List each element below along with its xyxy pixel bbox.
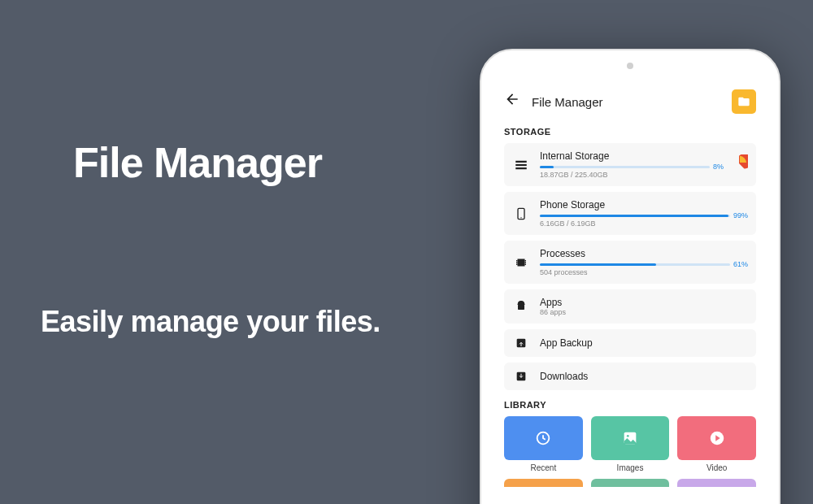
svg-point-11 xyxy=(627,435,629,437)
promo-subtitle: Easily manage your files. xyxy=(41,305,380,339)
recent-label: Recent xyxy=(504,463,583,472)
internal-title: Internal Storage xyxy=(540,150,724,162)
pie-chart-icon xyxy=(730,154,748,172)
back-button[interactable] xyxy=(504,91,520,112)
cpu-icon xyxy=(514,255,528,270)
play-icon xyxy=(708,429,726,447)
promo-title: File Manager xyxy=(73,138,322,187)
svg-rect-1 xyxy=(515,163,527,165)
storage-apps[interactable]: Apps 86 apps xyxy=(504,289,756,324)
app-title: File Manager xyxy=(532,95,732,109)
svg-rect-5 xyxy=(518,259,525,266)
images-label: Images xyxy=(591,463,670,472)
backup-icon xyxy=(515,337,528,350)
apps-title: Apps xyxy=(540,297,748,308)
svg-point-4 xyxy=(520,217,521,218)
svg-rect-0 xyxy=(515,160,527,162)
processes-title: Processes xyxy=(540,248,748,259)
processes-sub: 504 processes xyxy=(540,268,748,276)
internal-progress xyxy=(540,166,710,168)
arrow-left-icon xyxy=(504,91,520,107)
library-row2 xyxy=(504,479,756,487)
internal-sub: 18.87GB / 225.40GB xyxy=(540,171,724,179)
library-recent[interactable]: Recent xyxy=(504,416,583,472)
phone-sub: 6.16GB / 6.19GB xyxy=(540,219,748,228)
processes-progress xyxy=(540,263,730,266)
storage-downloads[interactable]: Downloads xyxy=(504,363,756,390)
phone-progress xyxy=(540,215,730,217)
image-icon xyxy=(621,429,639,447)
section-storage: STORAGE xyxy=(504,127,756,137)
phone-frame: File Manager STORAGE Internal Storage 8%… xyxy=(480,49,780,504)
downloads-title: Downloads xyxy=(540,371,748,382)
app-bar: File Manager xyxy=(504,86,756,117)
folder-button[interactable] xyxy=(732,89,756,114)
library-tile-4[interactable] xyxy=(504,479,583,487)
internal-pct: 8% xyxy=(713,163,724,171)
storage-analyze-button[interactable] xyxy=(730,154,748,176)
clock-icon xyxy=(534,429,552,447)
phone-screen: File Manager STORAGE Internal Storage 8%… xyxy=(493,76,767,504)
library-tile-5[interactable] xyxy=(591,479,670,487)
android-icon xyxy=(515,300,528,313)
processes-pct: 61% xyxy=(733,260,748,268)
library-video[interactable]: Video xyxy=(677,416,756,472)
storage-internal[interactable]: Internal Storage 8% 18.87GB / 225.40GB xyxy=(504,143,756,186)
phone-pct: 99% xyxy=(733,211,748,219)
storage-processes[interactable]: Processes 61% 504 processes xyxy=(504,241,756,284)
download-icon xyxy=(515,370,528,383)
phone-icon xyxy=(515,206,528,221)
apps-sub: 86 apps xyxy=(540,308,748,316)
section-library: LIBRARY xyxy=(504,400,756,410)
storage-phone[interactable]: Phone Storage 99% 6.16GB / 6.19GB xyxy=(504,192,756,235)
backup-title: App Backup xyxy=(540,337,748,349)
svg-rect-6 xyxy=(518,305,524,310)
library-images[interactable]: Images xyxy=(591,416,670,472)
video-label: Video xyxy=(677,463,756,472)
library-tile-6[interactable] xyxy=(677,479,756,487)
phone-title: Phone Storage xyxy=(540,199,748,211)
svg-rect-2 xyxy=(515,167,527,169)
folder-icon xyxy=(737,95,750,108)
storage-backup[interactable]: App Backup xyxy=(504,329,756,357)
storage-icon xyxy=(514,158,528,172)
